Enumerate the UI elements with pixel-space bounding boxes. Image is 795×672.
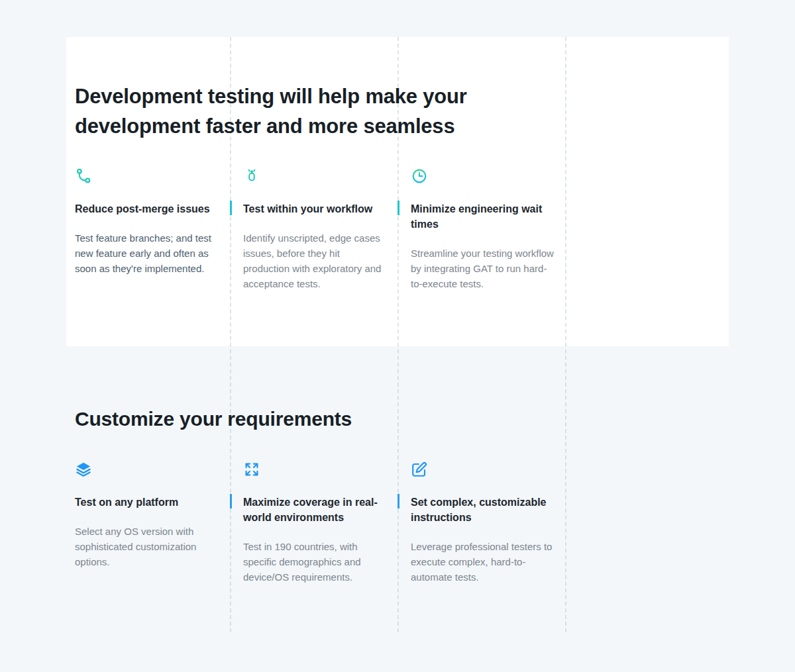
clock-icon bbox=[411, 168, 555, 186]
feature-card-custom-instructions: Set complex, customizable instructions L… bbox=[411, 461, 555, 585]
accent-bar bbox=[230, 201, 232, 215]
card-body: Leverage professional testers to execute… bbox=[411, 539, 555, 585]
card-title: Test on any platform bbox=[75, 495, 219, 510]
card-title: Reduce post-merge issues bbox=[75, 201, 219, 216]
accent-bar bbox=[398, 201, 399, 215]
feature-card-reduce-post-merge: Reduce post-merge issues Test feature br… bbox=[75, 168, 219, 276]
card-title: Minimize engineering wait times bbox=[411, 201, 555, 232]
card-body: Select any OS version with sophisticated… bbox=[75, 524, 219, 569]
git-merge-icon bbox=[75, 168, 219, 186]
expand-arrows-icon bbox=[243, 461, 388, 479]
feature-card-test-workflow: Test within your workflow Identify unscr… bbox=[243, 168, 388, 291]
card-body: Test in 190 countries, with specific dem… bbox=[243, 539, 388, 585]
accent-bar bbox=[230, 494, 232, 508]
card-title: Set complex, customizable instructions bbox=[411, 495, 555, 525]
card-title: Test within your workflow bbox=[243, 201, 388, 216]
feature-card-any-platform: Test on any platform Select any OS versi… bbox=[75, 461, 219, 569]
bug-icon bbox=[243, 168, 388, 186]
feature-card-maximize-coverage: Maximize coverage in real-world environm… bbox=[243, 461, 388, 585]
card-body: Test feature branches; and test new feat… bbox=[75, 230, 219, 276]
dashed-divider bbox=[565, 37, 566, 632]
layers-icon bbox=[75, 461, 219, 479]
card-title: Maximize coverage in real-world environm… bbox=[243, 495, 388, 525]
card-body: Streamline your testing workflow by inte… bbox=[411, 246, 555, 291]
accent-bar bbox=[398, 494, 399, 508]
edit-icon bbox=[411, 461, 555, 479]
feature-card-minimize-wait: Minimize engineering wait times Streamli… bbox=[411, 168, 555, 291]
card-body: Identify unscripted, edge cases issues, … bbox=[243, 230, 388, 291]
customize-requirements-heading: Customize your requirements bbox=[75, 404, 539, 434]
development-testing-heading: Development testing will help make your … bbox=[75, 81, 539, 141]
